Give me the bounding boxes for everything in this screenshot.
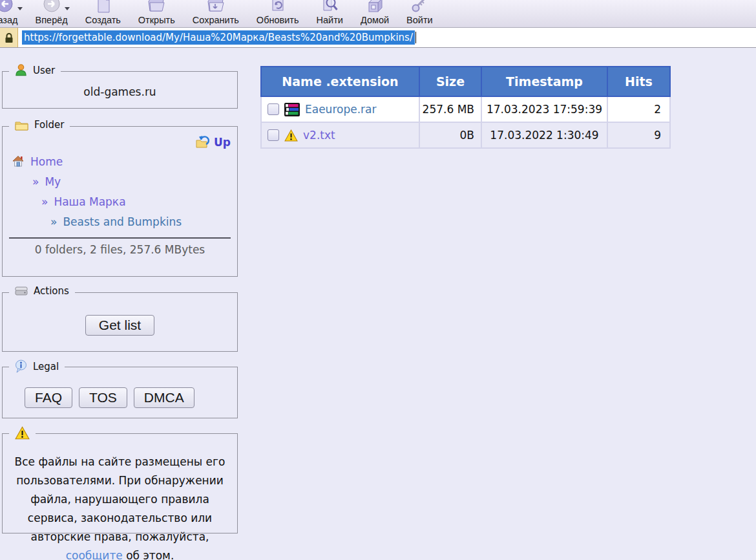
text-caret (415, 32, 416, 43)
refresh-button[interactable]: Обновить (257, 1, 299, 25)
breadcrumb-home[interactable]: Home (3, 151, 237, 171)
user-icon (15, 64, 27, 76)
back-icon (0, 1, 14, 14)
file-size-cell: 0B (420, 123, 481, 147)
notice-panel-legend (9, 426, 36, 440)
file-checkbox[interactable] (268, 103, 279, 115)
login-button[interactable]: Войти (406, 1, 433, 25)
breadcrumb-beasts-and-bumpkins[interactable]: » Beasts and Bumpkins (3, 211, 237, 232)
file-link[interactable]: v2.txt (303, 129, 335, 142)
column-header-timestamp: Timestamp (482, 67, 607, 96)
actions-panel-legend: Actions (9, 285, 75, 297)
folder-divider (9, 237, 231, 239)
table-row: v2.txt 0B 17.03.2022 1:30:49 9 (262, 123, 669, 147)
file-checkbox[interactable] (268, 129, 279, 141)
open-button-label: Открыть (138, 15, 175, 25)
winrar-archive-icon (284, 103, 300, 116)
refresh-icon (268, 1, 288, 14)
user-name: old-games.ru (3, 85, 237, 98)
user-panel: User old-games.ru (2, 71, 238, 109)
find-button-label: Найти (317, 15, 343, 25)
file-hits-cell: 9 (608, 123, 669, 147)
report-link[interactable]: сообщите (66, 549, 123, 560)
folder-icon (15, 120, 28, 131)
house-icon (12, 155, 25, 167)
find-button[interactable]: Найти (317, 1, 343, 25)
breadcrumb-chevron: » (32, 175, 39, 188)
warning-icon (15, 426, 30, 440)
open-folder-icon (147, 1, 166, 14)
new-button-label: Создать (85, 15, 121, 25)
user-panel-title: User (33, 65, 55, 76)
home-button-label: Домой (361, 15, 389, 25)
file-table: Name .extension Size Timestamp Hits Eaeu… (260, 66, 671, 149)
save-icon (206, 1, 226, 14)
file-name-cell: Eaeurope.rar (262, 97, 419, 122)
column-header-hits: Hits (608, 67, 669, 96)
table-row: Eaeurope.rar 257.6 MB 17.03.2023 17:59:3… (262, 97, 669, 122)
forward-icon (42, 1, 61, 14)
file-hits-cell: 2 (608, 97, 669, 122)
url-text: https://forgettable.download/My/Наша%20М… (22, 30, 415, 45)
forward-button-label: Вперёд (36, 15, 68, 25)
login-icon (410, 1, 429, 14)
actions-panel-title: Actions (34, 285, 69, 297)
file-timestamp-cell: 17.03.2023 17:59:39 (482, 97, 607, 122)
forward-button[interactable]: Вперёд (36, 1, 68, 25)
actions-content: Get list (3, 315, 237, 336)
breadcrumb-chevron: » (50, 215, 57, 228)
notice-text-before: Все файлы на сайте размещены его пользов… (15, 455, 226, 543)
info-icon (15, 360, 27, 373)
file-link[interactable]: Eaeurope.rar (305, 103, 376, 116)
home-icon (365, 1, 384, 14)
breadcrumb-nasha-marka[interactable]: » Наша Марка (3, 191, 237, 211)
new-button[interactable]: Создать (85, 1, 121, 25)
breadcrumb-home-label: Home (30, 155, 63, 168)
legal-panel-legend: Legal (9, 360, 65, 373)
breadcrumb-chevron: » (41, 195, 48, 208)
hdd-icon (15, 286, 28, 296)
breadcrumb-beasts-label: Beasts and Bumpkins (63, 215, 182, 228)
browser-toolbar: Назад Вперёд Создать Открыть Со (0, 0, 756, 28)
breadcrumb-nasha-marka-label: Наша Марка (54, 195, 125, 208)
folder-up-link[interactable]: Up (196, 135, 231, 149)
column-header-name: Name .extension (262, 67, 419, 96)
get-list-button[interactable]: Get list (85, 315, 154, 336)
notice-panel: Все файлы на сайте размещены его пользов… (2, 433, 238, 533)
breadcrumb-my-label: My (45, 175, 61, 188)
up-folder-icon (196, 135, 210, 149)
save-button[interactable]: Сохранить (193, 1, 239, 25)
faq-button[interactable]: FAQ (25, 387, 72, 408)
notice-text-after: об этом. (123, 549, 174, 560)
address-bar: https://forgettable.download/My/Наша%20М… (0, 28, 756, 48)
tos-button[interactable]: TOS (79, 387, 127, 408)
file-timestamp-cell: 17.03.2022 1:30:49 (482, 123, 607, 147)
column-header-size: Size (420, 67, 481, 96)
actions-panel: Actions Get list (2, 292, 238, 352)
user-panel-legend: User (9, 64, 61, 76)
file-table-header: Name .extension Size Timestamp Hits (260, 66, 671, 97)
folder-panel-legend: Folder (9, 119, 70, 131)
folder-panel-title: Folder (34, 119, 64, 131)
login-button-label: Войти (406, 15, 433, 25)
legal-panel: Legal FAQ TOS DMCA (2, 367, 238, 418)
home-button[interactable]: Домой (361, 1, 389, 25)
folder-stats: 0 folders, 2 files, 257.6 MBytes (3, 243, 237, 256)
file-size-cell: 257.6 MB (420, 97, 481, 122)
warning-icon (284, 129, 298, 142)
security-lock-badge[interactable] (0, 28, 18, 47)
dmca-button[interactable]: DMCA (134, 387, 194, 408)
search-icon (320, 1, 339, 14)
file-table-body: Eaeurope.rar 257.6 MB 17.03.2023 17:59:3… (260, 97, 671, 149)
file-name-cell: v2.txt (262, 123, 419, 147)
open-button[interactable]: Открыть (138, 1, 175, 25)
toolbar-buttons: Назад Вперёд Создать Открыть Со (0, 1, 433, 25)
refresh-button-label: Обновить (257, 15, 299, 25)
dropdown-caret-icon[interactable] (17, 7, 23, 10)
url-input[interactable]: https://forgettable.download/My/Наша%20М… (18, 28, 756, 47)
breadcrumb-my[interactable]: » My (3, 171, 237, 191)
lock-icon (5, 32, 14, 43)
dropdown-caret-icon[interactable] (65, 7, 70, 10)
folder-up-label: Up (214, 136, 231, 149)
back-button[interactable]: Назад (0, 1, 18, 25)
